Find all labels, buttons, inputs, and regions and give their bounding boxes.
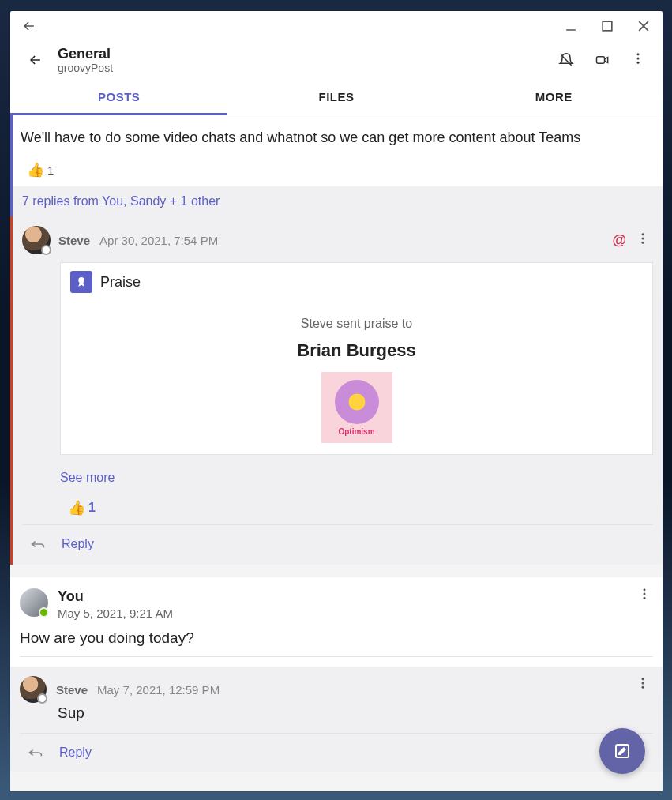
posts-scroll[interactable]: We'll have to do some video chats and wh… [10, 115, 663, 791]
replies-summary[interactable]: 7 replies from You, Sandy + 1 other [10, 186, 663, 216]
window-titlebar [10, 11, 663, 41]
compose-fab[interactable] [599, 728, 645, 774]
svg-point-14 [644, 597, 646, 599]
svg-point-15 [642, 678, 644, 681]
mention-icon: @ [612, 232, 626, 249]
avatar[interactable] [22, 226, 51, 254]
reply-body: Sup [20, 704, 653, 722]
svg-point-16 [642, 682, 644, 685]
svg-point-10 [642, 242, 644, 244]
tab-bar: POSTS FILES MORE [10, 79, 663, 115]
post-body: How are you doing today? [20, 629, 653, 647]
reply-timestamp: Apr 30, 2021, 7:54 PM [99, 234, 218, 247]
channel-header: General groovyPost [10, 41, 663, 79]
see-more-row: See more [60, 471, 653, 485]
reply-more-icon[interactable] [633, 676, 653, 693]
post-timestamp: May 5, 2021, 9:21 AM [58, 607, 173, 620]
reply-sender[interactable]: Steve [58, 234, 90, 247]
svg-point-7 [637, 62, 640, 64]
presence-available-icon [39, 607, 49, 618]
video-meet-icon[interactable] [591, 49, 614, 71]
svg-point-8 [642, 234, 644, 236]
maximize-button[interactable] [596, 15, 618, 37]
praise-subtitle: Steve sent praise to [61, 317, 652, 331]
svg-rect-4 [597, 57, 605, 63]
reply-arrow-icon [24, 742, 47, 764]
svg-point-13 [644, 593, 646, 595]
reply-reaction-count: 1 [88, 501, 96, 515]
avatar[interactable] [20, 676, 47, 703]
team-subtitle: groovyPost [58, 62, 555, 74]
svg-point-5 [637, 53, 640, 55]
tab-more[interactable]: MORE [445, 79, 663, 115]
back-icon[interactable] [18, 15, 40, 37]
tab-posts[interactable]: POSTS [10, 79, 227, 115]
praise-recipient: Brian Burgess [61, 340, 652, 361]
post-more-icon[interactable] [634, 587, 655, 604]
thumbs-up-icon: 👍 [68, 499, 85, 516]
header-more-icon[interactable] [628, 51, 648, 69]
thread-root: We'll have to do some video chats and wh… [10, 115, 663, 186]
praise-badge-label: Optimism [338, 427, 374, 436]
reply-timestamp: May 7, 2021, 12:59 PM [97, 683, 220, 697]
svg-point-9 [642, 238, 644, 240]
praise-card: Praise Steve sent praise to Brian Burges… [60, 262, 653, 455]
post-item: You May 5, 2021, 9:21 AM How are you doi… [10, 577, 663, 667]
praise-badge-image: Optimism [321, 372, 392, 443]
presence-offline-icon [41, 245, 51, 255]
reply-button[interactable]: Reply [62, 537, 94, 551]
channel-title: General [58, 46, 555, 62]
post-sender[interactable]: You [58, 588, 173, 605]
app-window: General groovyPost POSTS FILES MORE We'l… [10, 11, 663, 791]
svg-point-6 [637, 58, 640, 60]
reply-item: Steve Apr 30, 2021, 7:54 PM @ Praise [10, 216, 663, 565]
reply-sender[interactable]: Steve [56, 683, 88, 697]
reaction-count: 1 [47, 163, 54, 177]
nav-back-icon[interactable] [24, 49, 47, 71]
see-more-link[interactable]: See more [60, 471, 115, 484]
reply-more-icon[interactable] [633, 231, 653, 249]
praise-badge-icon [70, 271, 92, 293]
svg-point-12 [644, 589, 646, 592]
mute-bell-icon[interactable] [555, 49, 577, 71]
reply-item: Steve May 7, 2021, 12:59 PM Sup Reply [10, 667, 663, 772]
svg-point-17 [642, 686, 644, 689]
thread-root-message: We'll have to do some video chats and wh… [21, 128, 655, 147]
reply-button[interactable]: Reply [59, 746, 92, 760]
svg-point-11 [78, 277, 84, 284]
tab-files[interactable]: FILES [227, 79, 445, 115]
svg-rect-1 [603, 21, 612, 31]
praise-title: Praise [100, 274, 141, 291]
reply-reaction-row[interactable]: 👍 1 [68, 499, 653, 516]
avatar[interactable] [20, 588, 48, 617]
thumbs-up-icon: 👍 [27, 161, 44, 178]
close-button[interactable] [633, 15, 655, 37]
reply-arrow-icon [27, 533, 49, 555]
presence-offline-icon [37, 693, 47, 704]
reaction-row[interactable]: 👍 1 [21, 161, 655, 178]
minimize-button[interactable] [560, 15, 582, 37]
